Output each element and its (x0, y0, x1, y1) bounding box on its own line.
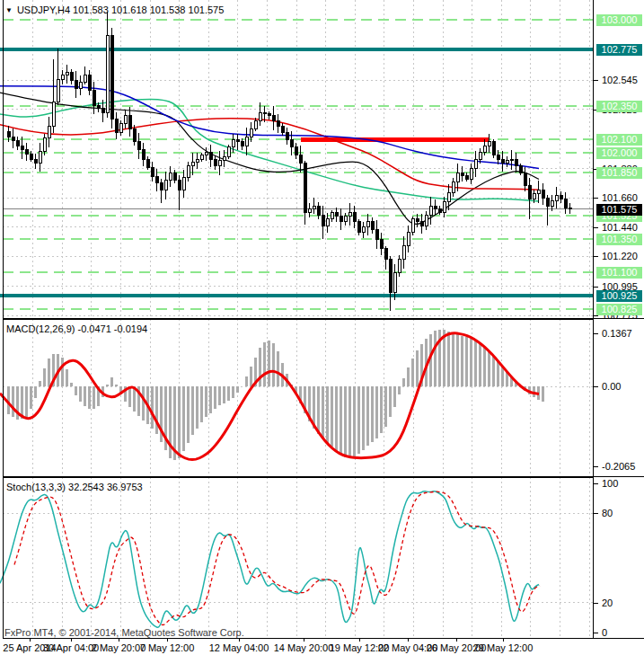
candle (133, 128, 136, 142)
candle (250, 128, 252, 137)
candle (124, 115, 127, 123)
stoch-label: Stoch(13,3,3) 32.2543 36.9753 (6, 482, 143, 492)
candle (52, 102, 55, 127)
time-tick (456, 639, 457, 642)
time-tick (30, 639, 31, 642)
candle (366, 222, 369, 227)
time-label: 2 May 20:00 (92, 642, 146, 653)
candle (479, 153, 481, 159)
candle (110, 35, 113, 119)
price-level-badge: 102.350 (596, 101, 642, 112)
macd-label: MACD(12,26,9) -0.0471 -0.0194 (6, 323, 147, 334)
candle (79, 82, 82, 88)
candle (357, 222, 360, 233)
stoch-panel[interactable] (0, 477, 644, 639)
time-label: 14 May 20:00 (274, 642, 334, 653)
macd-panel[interactable] (0, 319, 644, 477)
candle (533, 194, 535, 199)
candle (420, 222, 423, 226)
candle (151, 167, 154, 176)
title-text: USDJPY,H4 101.583 101.618 101.538 101.57… (17, 4, 224, 15)
candle (227, 147, 230, 156)
candle (393, 272, 396, 292)
candle (452, 181, 454, 192)
candle (93, 90, 95, 106)
candle (375, 230, 378, 239)
time-tick (408, 639, 409, 642)
candle (313, 206, 315, 208)
candle (16, 141, 19, 146)
candle (178, 181, 181, 190)
candle (317, 206, 320, 215)
candle (173, 173, 176, 181)
time-tick (71, 639, 72, 642)
candle (12, 137, 14, 140)
candle (348, 213, 351, 217)
candle (39, 151, 41, 163)
ma-blue-line (0, 86, 539, 169)
candle (263, 112, 266, 113)
candle (322, 215, 324, 226)
candle (308, 208, 311, 212)
vertical-gridlines (33, 319, 589, 477)
price-level-badge: 101.100 (596, 267, 642, 279)
scale-tick (594, 483, 598, 484)
candle (277, 120, 279, 126)
candle (214, 159, 216, 165)
candle (21, 146, 23, 149)
price-scale[interactable]: 102.545102.325101.880101.660101.440101.2… (594, 0, 644, 655)
candle (497, 155, 499, 159)
macd-histogram (9, 330, 543, 460)
candle (335, 213, 338, 217)
time-tick (503, 639, 504, 642)
current-price-badge: 101.575 (596, 204, 642, 216)
candle (299, 155, 302, 164)
candle (142, 150, 145, 159)
candle (425, 215, 428, 226)
candle (384, 249, 387, 260)
candle (155, 177, 158, 183)
candle (101, 109, 104, 112)
candle (268, 114, 270, 115)
candle (438, 208, 441, 212)
candle (331, 213, 333, 219)
candle (546, 198, 549, 206)
candle (551, 200, 553, 206)
scale-label: -0.2065 (594, 461, 644, 473)
candle (456, 173, 459, 181)
candle (380, 239, 383, 248)
candle (371, 222, 374, 230)
candle (537, 190, 540, 193)
candle (88, 75, 91, 90)
candle (528, 186, 531, 199)
scale-label: 101.220 (594, 251, 644, 262)
candle (443, 202, 446, 213)
stoch-d-line (14, 491, 540, 624)
candle (434, 206, 437, 208)
candle (470, 169, 472, 180)
symbol-dropdown-icon[interactable]: ▼ (5, 6, 13, 14)
price-level-badge: 101.850 (596, 167, 642, 179)
candle (115, 119, 118, 133)
price-level-badge: 102.100 (596, 134, 642, 146)
stoch-k-line (0, 491, 539, 627)
scale-label: 0.1367 (594, 328, 644, 340)
main-chart-panel[interactable] (0, 0, 644, 319)
candle (402, 246, 405, 260)
candle (48, 126, 50, 137)
candle (362, 227, 365, 233)
candle (84, 75, 86, 82)
scale-tick (594, 513, 598, 514)
scale-tick (594, 466, 598, 467)
candle (30, 154, 32, 159)
candle (43, 138, 46, 152)
candle (542, 190, 544, 198)
candle (519, 166, 522, 173)
scale-label: 101.440 (594, 222, 644, 234)
candle (510, 159, 513, 160)
time-axis[interactable]: 25 Apr 201430 Apr 04:002 May 20:007 May … (0, 639, 644, 655)
candle (474, 159, 477, 168)
candle (353, 213, 356, 222)
time-tick (167, 639, 168, 642)
candle (137, 142, 140, 150)
